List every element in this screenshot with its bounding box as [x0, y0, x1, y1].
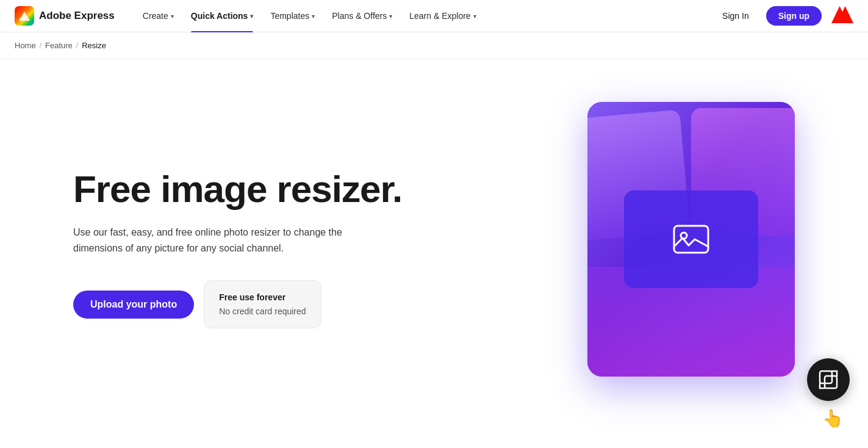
breadcrumb-separator: /	[76, 42, 78, 50]
free-badge-line1: Free use forever	[219, 291, 306, 304]
chevron-down-icon: ▾	[250, 13, 253, 20]
chevron-down-icon: ▾	[171, 13, 174, 20]
brand-logo[interactable]: Adobe Express	[15, 6, 115, 26]
hero-title: Free image resizer.	[73, 168, 402, 210]
upload-photo-button[interactable]: Upload your photo	[73, 291, 194, 319]
nav-plans-offers[interactable]: Plans & Offers ▾	[323, 0, 401, 32]
nav-templates[interactable]: Templates ▾	[262, 0, 323, 32]
free-badge-line2: No credit card required	[219, 305, 306, 318]
hero-description: Use our fast, easy, and free online phot…	[73, 225, 348, 256]
svg-rect-2	[820, 371, 832, 383]
hero-illustration: 👆	[587, 102, 831, 395]
breadcrumb-home[interactable]: Home	[15, 41, 36, 50]
cursor-hand-icon: 👆	[822, 408, 844, 428]
logo-triangle	[19, 12, 30, 21]
chevron-down-icon: ▾	[389, 13, 392, 20]
free-badge: Free use forever No credit card required	[204, 280, 321, 328]
resize-icon	[818, 369, 839, 390]
navigation: Adobe Express Create ▾ Quick Actions ▾ T…	[0, 0, 868, 32]
adobe-express-icon	[15, 6, 34, 26]
illustration-card	[587, 102, 795, 377]
nav-quick-actions[interactable]: Quick Actions ▾	[182, 0, 262, 32]
nav-links: Create ▾ Quick Actions ▾ Templates ▾ Pla…	[134, 0, 715, 32]
fab-button[interactable]	[807, 358, 850, 401]
breadcrumb-feature[interactable]: Feature	[45, 41, 73, 50]
nav-right: Sign In Sign up	[715, 6, 853, 26]
sign-up-button[interactable]: Sign up	[766, 6, 822, 26]
breadcrumb-separator: /	[40, 42, 41, 50]
breadcrumb-current: Resize	[82, 41, 106, 50]
main-content: Free image resizer. Use our fast, easy, …	[0, 59, 868, 438]
svg-rect-0	[674, 226, 708, 253]
hero-section: Free image resizer. Use our fast, easy, …	[73, 168, 402, 328]
breadcrumb: Home / Feature / Resize	[0, 32, 868, 59]
center-panel	[624, 190, 758, 288]
cta-row: Upload your photo Free use forever No cr…	[73, 280, 402, 328]
sign-in-button[interactable]: Sign In	[715, 6, 756, 26]
nav-learn-explore[interactable]: Learn & Explore ▾	[401, 0, 484, 32]
chevron-down-icon: ▾	[473, 13, 476, 20]
nav-create[interactable]: Create ▾	[134, 0, 182, 32]
chevron-down-icon: ▾	[312, 13, 315, 20]
brand-name: Adobe Express	[39, 10, 115, 22]
image-icon	[672, 220, 711, 259]
adobe-logo	[831, 6, 853, 26]
svg-rect-3	[825, 376, 837, 388]
